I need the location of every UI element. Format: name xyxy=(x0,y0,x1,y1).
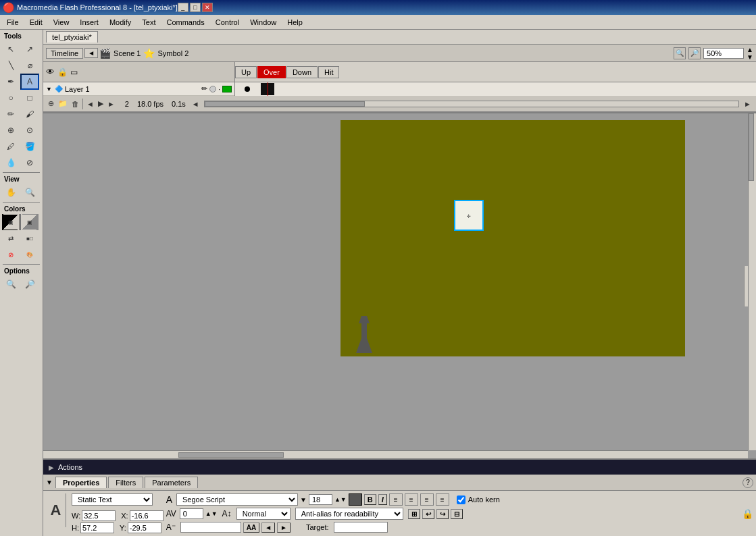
stroke-color[interactable]: ▣ xyxy=(1,214,20,230)
play-btn[interactable]: ▶ xyxy=(96,99,105,108)
nav-back-arrow[interactable]: ◄ xyxy=(84,48,98,58)
format-btn1[interactable]: ⊞ xyxy=(408,509,420,519)
menu-file[interactable]: File xyxy=(1,17,24,28)
menu-commands[interactable]: Commands xyxy=(161,17,209,28)
menu-edit[interactable]: Edit xyxy=(24,17,48,28)
anti-alias-select[interactable]: Anti-alias for readability xyxy=(295,508,403,520)
lock-layer-icon[interactable]: · xyxy=(218,85,220,93)
line-tool[interactable]: ╲ xyxy=(1,57,20,74)
frame-scrollbar[interactable] xyxy=(204,101,739,107)
tab-properties[interactable]: Properties xyxy=(55,477,107,488)
brush-tool[interactable]: 🖌 xyxy=(20,106,39,122)
help-button[interactable]: ? xyxy=(742,477,753,488)
align-right-btn[interactable]: ≡ xyxy=(420,493,434,506)
target-input[interactable] xyxy=(334,522,388,533)
prev-frame-btn[interactable]: ◄ xyxy=(84,100,96,108)
zoom-out-btn[interactable]: 🔍 xyxy=(1,276,20,292)
lock-icon-props[interactable]: 🔒 xyxy=(742,508,753,519)
eraser-tool[interactable]: ⊘ xyxy=(20,155,39,171)
playhead[interactable] xyxy=(268,82,268,96)
over-tab[interactable]: Over xyxy=(257,66,286,78)
symbol-label[interactable]: Symbol 2 xyxy=(157,49,188,57)
font-size-input[interactable] xyxy=(309,494,332,505)
default-colors[interactable]: ■□ xyxy=(20,230,39,246)
v-scrollbar[interactable] xyxy=(748,113,756,450)
target-left-btn[interactable]: ◄ xyxy=(261,522,275,533)
props-collapse-arrow[interactable]: ▼ xyxy=(46,479,53,486)
stage-canvas[interactable]: ✛ xyxy=(341,120,685,356)
format-btn4[interactable]: ⊟ xyxy=(451,509,463,519)
add-layer-btn[interactable]: ⊕ xyxy=(46,99,56,108)
scroll-left-btn[interactable]: ◄ xyxy=(190,100,201,108)
none-fill[interactable]: ⊘ xyxy=(1,246,20,263)
down-tab[interactable]: Down xyxy=(286,66,318,78)
zoom-input[interactable] xyxy=(703,48,744,59)
menu-view[interactable]: View xyxy=(48,17,75,28)
text-object[interactable]: ✛ xyxy=(454,200,484,231)
hit-tab[interactable]: Hit xyxy=(318,66,339,78)
zoom-arrows[interactable]: ▲▼ xyxy=(747,46,753,61)
minimize-button[interactable]: _ xyxy=(178,3,188,12)
fill-transform-tool[interactable]: ⊙ xyxy=(20,122,39,138)
layer-color-box[interactable] xyxy=(222,86,232,92)
x-input[interactable] xyxy=(130,510,163,521)
align-center-btn[interactable]: ≡ xyxy=(405,493,418,506)
menu-window[interactable]: Window xyxy=(245,17,282,28)
bold-btn[interactable]: B xyxy=(364,494,376,505)
pen-tool[interactable]: ✒ xyxy=(1,74,20,90)
layer-type-icon[interactable]: ▭ xyxy=(70,68,78,77)
menu-help[interactable]: Help xyxy=(282,17,308,28)
auto-kern-checkbox[interactable] xyxy=(457,495,465,504)
arrow-tool[interactable]: ↖ xyxy=(1,41,20,57)
menu-control[interactable]: Control xyxy=(210,17,245,28)
format-btn2[interactable]: ↩ xyxy=(422,509,434,519)
align-left-btn[interactable]: ≡ xyxy=(389,493,403,506)
height-input[interactable] xyxy=(80,522,114,533)
italic-btn[interactable]: I xyxy=(378,494,387,505)
oval-tool[interactable]: ○ xyxy=(1,90,20,106)
tab-parameters[interactable]: Parameters xyxy=(145,477,198,488)
timeline-tab[interactable]: Timeline xyxy=(46,48,83,59)
dot-icon[interactable] xyxy=(209,86,216,92)
close-button[interactable]: ✕ xyxy=(202,3,213,12)
h-scroll-thumb[interactable] xyxy=(178,452,284,458)
zoom-icon-2[interactable]: 🔎 xyxy=(688,47,701,59)
frame-area[interactable] xyxy=(235,82,756,96)
paint-bucket-tool[interactable]: 🪣 xyxy=(20,138,39,155)
stage-area[interactable]: ✛ xyxy=(43,113,756,458)
fill-color[interactable]: ▣ xyxy=(20,214,39,230)
eye-icon[interactable]: 👁 xyxy=(46,67,55,77)
eyedropper-tool[interactable]: 💧 xyxy=(1,155,20,171)
pencil-icon[interactable]: ✏ xyxy=(201,84,207,93)
zoom-tool[interactable]: 🔍 xyxy=(20,184,39,200)
restore-button[interactable]: □ xyxy=(190,3,201,12)
normal-select[interactable]: Normal xyxy=(236,508,291,520)
next-frame-btn[interactable]: ► xyxy=(105,100,117,108)
font-select-arrow[interactable]: ▼ xyxy=(300,496,307,504)
font-select[interactable]: Segoe Script xyxy=(176,493,298,506)
embed-btn[interactable]: AA xyxy=(243,522,259,533)
text-type-select[interactable]: Static Text xyxy=(72,493,153,506)
format-btn3[interactable]: ↪ xyxy=(436,509,449,519)
tab-filters[interactable]: Filters xyxy=(108,477,143,488)
layer-collapse-arrow[interactable]: ▼ xyxy=(46,86,52,92)
up-tab[interactable]: Up xyxy=(235,66,257,78)
v-scroll-thumb[interactable] xyxy=(749,113,754,181)
letter-spacing-input[interactable] xyxy=(180,508,203,519)
h-scrollbar[interactable] xyxy=(43,450,748,458)
menu-insert[interactable]: Insert xyxy=(74,17,104,28)
subselect-tool[interactable]: ↗ xyxy=(20,41,39,57)
font-color-box[interactable] xyxy=(349,493,362,506)
menu-text[interactable]: Text xyxy=(136,17,161,28)
lasso-tool[interactable]: ⌀ xyxy=(20,57,39,74)
align-justify-btn[interactable]: ≡ xyxy=(436,493,449,506)
document-tab[interactable]: tel_ptyxiaki* xyxy=(46,31,98,43)
rect-tool[interactable]: □ xyxy=(20,90,39,106)
actions-expand-arrow[interactable]: ▶ xyxy=(49,464,54,471)
right-panel-handle[interactable] xyxy=(744,266,748,306)
embed-input[interactable] xyxy=(180,522,241,533)
font-size-arrows[interactable]: ▲▼ xyxy=(334,496,347,503)
color-swatch[interactable]: 🎨 xyxy=(20,246,39,263)
add-folder-btn[interactable]: 📁 xyxy=(56,99,70,108)
zoom-in-btn[interactable]: 🔎 xyxy=(20,276,39,292)
